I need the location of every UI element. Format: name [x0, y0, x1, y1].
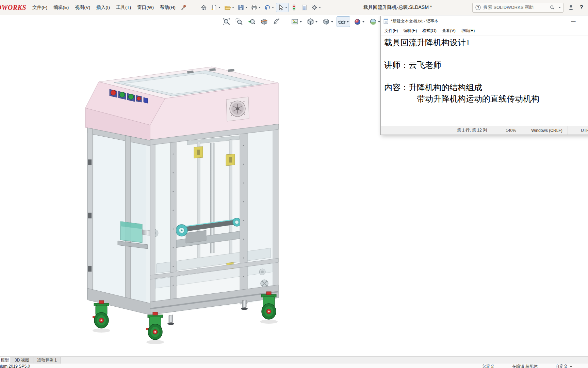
notepad-text-line: 载具回流升降机构设计1: [384, 37, 588, 48]
cursor-position: 第 1 行, 第 12 列: [448, 126, 496, 135]
previous-view-icon[interactable]: [246, 16, 257, 27]
headsup-toolbar: [221, 16, 397, 27]
pin-icon[interactable]: [179, 3, 189, 12]
notepad-text-line: 内容：升降机构的结构组成: [384, 82, 588, 93]
status-right: 欠定义 在编辑 装配体 自定义: [482, 364, 572, 368]
section-view-icon[interactable]: [259, 16, 270, 27]
menu-item[interactable]: 编辑(E): [50, 3, 72, 12]
measure-icon[interactable]: [272, 16, 282, 27]
menu-bar: 文件(F)编辑(E)视图(V)插入(I)工具(T)窗口(W)帮助(H): [29, 3, 179, 12]
notepad-menu-item[interactable]: 帮助(H): [458, 27, 478, 35]
menu-item[interactable]: 插入(I): [93, 3, 113, 12]
custom-status: 自定义: [555, 364, 572, 368]
document-title: 载具回流升降机-总装.SLDASM *: [363, 4, 432, 11]
notepad-statusbar: 第 1 行, 第 12 列 140% Windows (CRLF) UTF-8: [381, 126, 588, 135]
titlebar-right: ? 搜索 SOLIDWORKS 帮助 ?: [472, 3, 588, 13]
new-document-icon[interactable]: [209, 3, 222, 12]
status-bar: Premium 2019 SP5.0 欠定义 在编辑 装配体 自定义: [0, 364, 588, 368]
solidworks-window: SOLIDWORKS 文件(F)编辑(E)视图(V)插入(I)工具(T)窗口(W…: [0, 0, 588, 368]
display-style-icon[interactable]: [321, 16, 334, 27]
search-scope-dropdown-icon[interactable]: [559, 7, 561, 8]
login-user-icon[interactable]: [568, 4, 574, 11]
notepad-menu-bar: 文件(F)编辑(E)格式(O)查看(V)帮助(H): [381, 26, 588, 35]
tab-model[interactable]: 模型: [0, 357, 11, 364]
appearances-icon[interactable]: [290, 16, 303, 27]
notepad-window[interactable]: *新建文本文档.txt - 记事本 — 文件(F)编辑(E)格式(O)查看(V)…: [380, 16, 588, 135]
zoom-area-icon[interactable]: [234, 16, 244, 27]
solidworks-logo: SOLIDWORKS: [0, 3, 29, 12]
menu-item[interactable]: 工具(T): [113, 3, 134, 12]
tab-3d-views[interactable]: 3D 视图: [11, 357, 33, 364]
menu-item[interactable]: 文件(F): [29, 3, 50, 12]
search-box[interactable]: ? 搜索 SOLIDWORKS 帮助: [472, 3, 564, 13]
minimize-button[interactable]: —: [566, 16, 581, 26]
notepad-menu-item[interactable]: 编辑(E): [401, 27, 420, 35]
view-orientation-icon[interactable]: [305, 16, 319, 27]
constraint-status: 欠定义: [482, 364, 494, 368]
menu-item[interactable]: 视图(V): [72, 3, 93, 12]
notepad-menu-item[interactable]: 查看(V): [439, 27, 458, 35]
notepad-text-area[interactable]: 载具回流升降机构设计1讲师：云飞老师内容：升降机构的结构组成 带动升降机构运动的…: [381, 35, 588, 126]
menu-item[interactable]: 帮助(H): [157, 3, 179, 12]
save-icon[interactable]: [236, 3, 249, 12]
model-left-door: [87, 128, 150, 315]
search-divider: [547, 5, 547, 10]
editing-status: 在编辑 装配体: [512, 364, 538, 368]
zoom-level: 140%: [496, 126, 526, 135]
search-icon[interactable]: [550, 5, 555, 11]
expand-arrow-icon[interactable]: [570, 366, 572, 367]
fan-grille: [226, 97, 249, 121]
home-icon[interactable]: [199, 3, 209, 13]
notepad-titlebar[interactable]: *新建文本文档.txt - 记事本 —: [381, 16, 588, 26]
tab-motion-study[interactable]: 运动算例 1: [33, 357, 61, 364]
file-properties-icon[interactable]: [299, 3, 309, 12]
solidworks-logo-text: SOLIDWORKS: [0, 4, 26, 12]
machine-3d-model: [85, 55, 333, 348]
notepad-menu-item[interactable]: 格式(O): [420, 27, 439, 35]
undo-icon[interactable]: [263, 3, 275, 12]
apply-scene-icon[interactable]: [368, 16, 381, 27]
rebuild-icon[interactable]: [289, 3, 299, 12]
edit-appearance-icon[interactable]: [352, 16, 366, 27]
titlebar: SOLIDWORKS 文件(F)编辑(E)视图(V)插入(I)工具(T)窗口(W…: [0, 0, 588, 15]
help-circle-icon: ?: [475, 4, 481, 11]
print-icon[interactable]: [249, 3, 262, 12]
notepad-icon: [383, 18, 389, 24]
help-icon[interactable]: ?: [578, 4, 585, 11]
custom-status-label: 自定义: [555, 364, 568, 368]
notepad-text-line: [384, 48, 588, 60]
notepad-title: *新建文本文档.txt - 记事本: [391, 18, 438, 24]
encoding: UTF-8: [568, 126, 588, 135]
notepad-text-line: 讲师：云飞老师: [384, 60, 588, 71]
main-toolbar: [198, 3, 323, 13]
select-arrow-icon[interactable]: [276, 3, 289, 12]
notepad-text-line: [384, 71, 588, 82]
version-label: Premium 2019 SP5.0: [0, 364, 30, 368]
line-ending: Windows (CRLF): [526, 126, 568, 135]
view-tabs-bar: 模型 3D 视图 运动算例 1: [0, 356, 588, 364]
zoom-fit-icon[interactable]: [221, 16, 232, 27]
notepad-menu-item[interactable]: 文件(F): [382, 27, 401, 35]
notepad-text-line: 带动升降机构运动的直线传动机构: [384, 93, 588, 105]
svg-text:?: ?: [477, 6, 479, 10]
search-input[interactable]: 搜索 SOLIDWORKS 帮助: [484, 4, 544, 11]
statusbar-spacer: [381, 126, 448, 135]
hide-show-items-icon[interactable]: [337, 16, 350, 27]
open-icon[interactable]: [223, 3, 235, 12]
options-gear-icon[interactable]: [310, 3, 322, 12]
menu-item[interactable]: 窗口(W): [134, 3, 157, 12]
